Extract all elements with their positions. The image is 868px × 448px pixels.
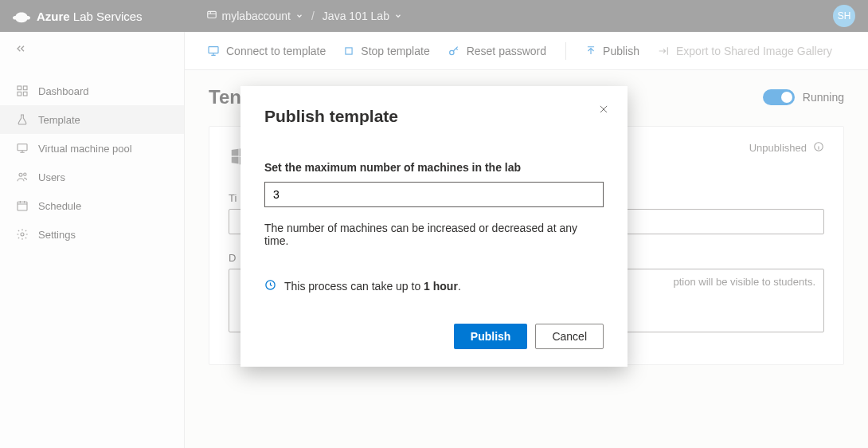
modal-overlay: Publish template Set the maximum number … — [0, 0, 868, 448]
close-icon — [598, 104, 609, 117]
max-machines-input[interactable] — [264, 182, 604, 207]
modal-close-button[interactable] — [594, 100, 613, 120]
publish-duration-note: This process can take up to 1 hour. — [264, 279, 604, 293]
modal-title: Publish template — [264, 107, 604, 126]
publish-modal: Publish template Set the maximum number … — [240, 86, 628, 367]
publish-button[interactable]: Publish — [454, 324, 528, 349]
max-machines-hint: The number of machines can be increased … — [264, 222, 604, 247]
clock-icon — [264, 279, 276, 293]
cancel-button[interactable]: Cancel — [535, 324, 604, 349]
max-machines-label: Set the maximum number of machines in th… — [264, 161, 604, 174]
